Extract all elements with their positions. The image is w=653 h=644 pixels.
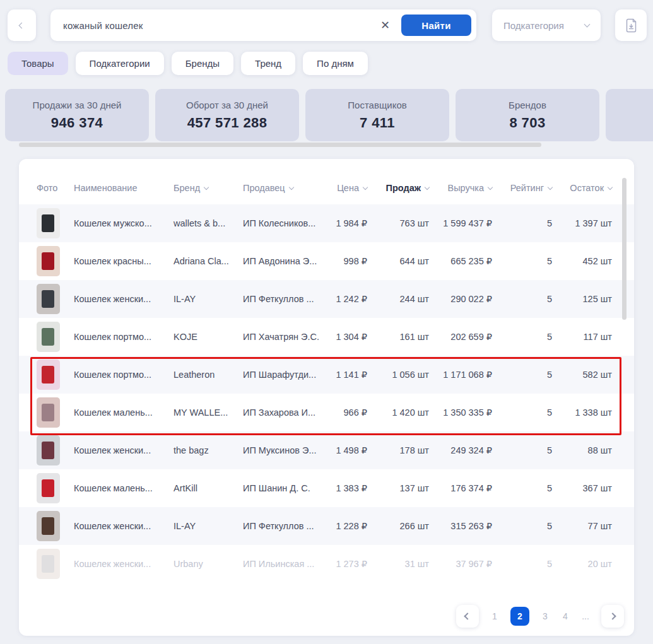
sort-chevron-icon: [608, 184, 613, 189]
page-number[interactable]: 1: [490, 611, 499, 621]
product-brand: IL-AY: [174, 294, 243, 304]
product-name: Кошелек женски...: [74, 294, 174, 304]
product-brand: Urbany: [174, 559, 243, 569]
product-brand: ArtKill: [174, 483, 243, 493]
table-row[interactable]: Кошелек мужско... wallets & b... ИП Коле…: [19, 204, 634, 242]
product-sales: 137 шт: [367, 483, 429, 493]
product-photo: [37, 511, 60, 541]
page-number[interactable]: 4: [561, 611, 570, 621]
product-revenue: 37 967 ₽: [429, 559, 492, 569]
product-sales: 644 шт: [367, 256, 429, 266]
product-price: 1 273 ₽: [322, 559, 367, 569]
product-seller: ИП Хачатрян Э.С.: [243, 332, 322, 342]
photo-cell: [37, 473, 74, 503]
column-header-label: Продаж: [386, 183, 421, 193]
page-numbers: 1234...: [490, 607, 590, 626]
wallet-image-shape: [42, 555, 54, 573]
product-stock: 125 шт: [552, 294, 612, 304]
subcategory-select-label: Подкатегория: [503, 20, 564, 31]
photo-cell: [37, 549, 74, 579]
table-row[interactable]: Кошелек женски... Urbany ИП Ильинская ..…: [19, 545, 634, 583]
product-rating: 5: [492, 218, 552, 228]
tab-4[interactable]: Тренд: [241, 52, 295, 75]
page-number[interactable]: ...: [581, 611, 590, 621]
page-number-active[interactable]: 2: [510, 607, 529, 626]
product-name: Кошелек женски...: [74, 521, 174, 531]
product-brand: KOJE: [174, 332, 243, 342]
stat-card: Брендов 8 703: [456, 89, 599, 141]
product-name: Кошелек женски...: [74, 445, 174, 455]
tab-2[interactable]: Подкатегории: [76, 52, 164, 75]
product-rating: 5: [492, 559, 552, 569]
file-download-icon: [625, 18, 638, 33]
table-row[interactable]: Кошелек портмо... Leatheron ИП Шарафутди…: [19, 356, 634, 394]
product-rating: 5: [492, 483, 552, 493]
product-seller: ИП Ильинская ...: [243, 559, 322, 569]
table-row[interactable]: Кошелек малень... ArtKill ИП Шанин Д. С.…: [19, 469, 634, 507]
horizontal-scrollbar[interactable]: [19, 143, 541, 147]
product-photo: [37, 246, 60, 276]
column-header[interactable]: Бренд: [174, 183, 243, 193]
column-header[interactable]: Выручка: [429, 183, 492, 193]
tab-3[interactable]: Бренды: [172, 52, 233, 75]
table-row[interactable]: Кошелек женски... IL-AY ИП Феткуллов ...…: [19, 507, 634, 545]
column-header[interactable]: Рейтинг: [492, 183, 552, 193]
vertical-scrollbar[interactable]: [622, 178, 627, 320]
tab-1[interactable]: Товары: [8, 52, 68, 75]
stat-value: 946 374: [51, 115, 103, 131]
product-name: Кошелек портмо...: [74, 370, 174, 380]
table-row[interactable]: Кошелек портмо... KOJE ИП Хачатрян Э.С. …: [19, 318, 634, 356]
clear-search-button[interactable]: ✕: [373, 17, 397, 33]
column-header[interactable]: Цена: [322, 183, 367, 193]
product-name: Кошелек портмо...: [74, 332, 174, 342]
table-row[interactable]: Кошелек женски... IL-AY ИП Феткуллов ...…: [19, 280, 634, 318]
prev-page-button[interactable]: [456, 605, 479, 628]
search-input[interactable]: [62, 20, 373, 32]
column-header[interactable]: Продаж: [367, 183, 429, 193]
stat-card: [606, 89, 653, 141]
find-button[interactable]: Найти: [401, 15, 471, 36]
photo-cell: [37, 360, 74, 390]
column-header[interactable]: Остаток: [552, 183, 612, 193]
product-brand: IL-AY: [174, 521, 243, 531]
subcategory-select[interactable]: Подкатегория: [492, 9, 601, 41]
product-seller: ИП Авдонина Э...: [243, 256, 322, 266]
column-header: Фото: [37, 183, 74, 193]
tab-label: Тренд: [255, 58, 281, 69]
page-number[interactable]: 3: [541, 611, 550, 621]
column-header[interactable]: Продавец: [243, 183, 322, 193]
photo-cell: [37, 511, 74, 541]
chevron-right-icon: [609, 612, 616, 619]
column-header-label: Выручка: [447, 183, 484, 193]
table-row[interactable]: Кошелек малень... MY WALLE... ИП Захаров…: [19, 394, 634, 431]
product-price: 966 ₽: [322, 407, 367, 418]
product-revenue: 176 374 ₽: [429, 483, 492, 493]
photo-cell: [37, 246, 74, 276]
tab-5[interactable]: По дням: [303, 52, 368, 75]
table-row[interactable]: Кошелек красны... Adriana Cla... ИП Авдо…: [19, 242, 634, 280]
stat-card: Поставщиков 7 411: [305, 89, 449, 141]
product-seller: ИП Захарова И...: [243, 407, 322, 418]
wallet-image-shape: [42, 290, 54, 308]
product-sales: 161 шт: [367, 332, 429, 342]
column-header-label: Рейтинг: [510, 183, 544, 193]
top-bar: ✕ Найти Подкатегория: [8, 9, 647, 41]
product-rating: 5: [492, 294, 552, 304]
photo-cell: [37, 397, 74, 428]
product-stock: 88 шт: [552, 445, 612, 455]
product-name: Кошелек малень...: [74, 483, 174, 493]
pagination: 1234...: [456, 605, 624, 628]
table-row[interactable]: Кошелек женски... the bagz ИП Муксинов Э…: [19, 431, 634, 469]
photo-cell: [37, 435, 74, 465]
column-header-label: Продавец: [243, 183, 285, 193]
back-button[interactable]: [8, 9, 36, 41]
chevron-down-icon: [584, 21, 591, 27]
export-button[interactable]: [615, 9, 647, 41]
table-header: Фото Наименование Бренд Продавец Цена Пр…: [19, 159, 634, 204]
product-brand: MY WALLE...: [174, 407, 243, 418]
column-header-label: Бренд: [174, 183, 200, 193]
product-stock: 1 338 шт: [552, 407, 612, 418]
product-revenue: 315 263 ₽: [429, 521, 492, 531]
next-page-button[interactable]: [601, 605, 624, 628]
product-revenue: 290 022 ₽: [429, 294, 492, 304]
